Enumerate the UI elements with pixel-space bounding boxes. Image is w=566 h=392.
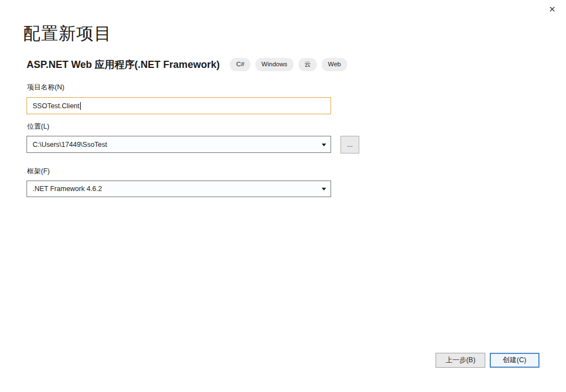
text-caret (80, 102, 81, 110)
location-value: C:\Users\17449\SsoTest (33, 141, 107, 149)
location-label: 位置(L) (27, 122, 49, 131)
create-button[interactable]: 创建(C) (490, 353, 539, 368)
tag-windows: Windows (255, 58, 294, 71)
template-header: ASP.NET Web 应用程序(.NET Framework) C# Wind… (27, 57, 347, 72)
tag-csharp: C# (230, 58, 250, 71)
page-title: 配置新项目 (23, 22, 112, 45)
configure-new-project-dialog: ✕ 配置新项目 ASP.NET Web 应用程序(.NET Framework)… (0, 0, 566, 392)
project-name-label: 项目名称(N) (27, 83, 64, 92)
location-combobox[interactable]: C:\Users\17449\SsoTest (27, 136, 331, 153)
chevron-down-icon[interactable] (322, 188, 326, 190)
tag-web: Web (322, 58, 347, 71)
close-icon[interactable]: ✕ (546, 3, 558, 15)
project-name-input[interactable]: SSOTest.Client (27, 97, 331, 114)
framework-combobox[interactable]: .NET Framework 4.6.2 (27, 181, 331, 197)
framework-value: .NET Framework 4.6.2 (33, 185, 102, 193)
template-name: ASP.NET Web 应用程序(.NET Framework) (27, 58, 219, 71)
framework-label: 框架(F) (27, 167, 50, 176)
back-button[interactable]: 上一步(B) (436, 353, 485, 368)
project-name-value: SSOTest.Client (33, 102, 80, 110)
chevron-down-icon[interactable] (322, 144, 326, 146)
browse-button[interactable]: ... (340, 136, 359, 153)
tag-cloud: 云 (298, 58, 317, 71)
